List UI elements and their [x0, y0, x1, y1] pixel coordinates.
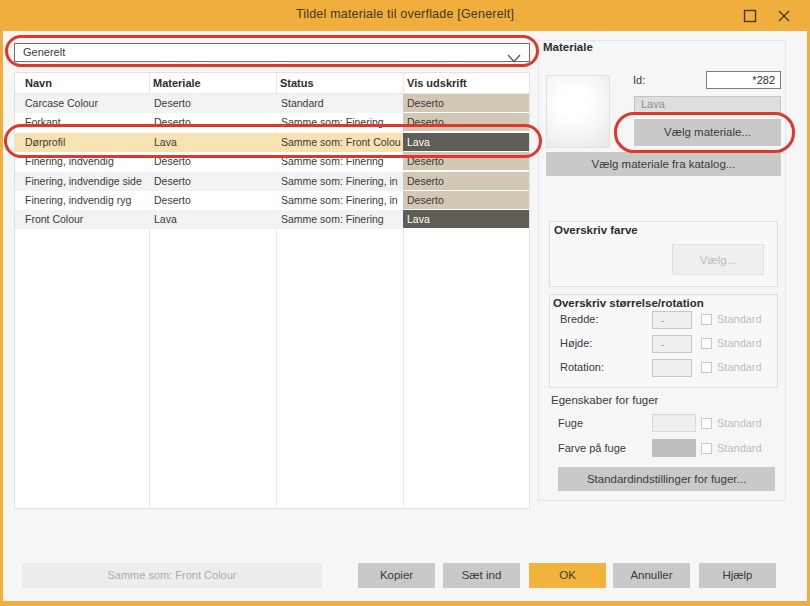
joint-row-label: Farve på fuge [558, 442, 626, 454]
cell-navn: Dørprofil [15, 133, 149, 152]
size-row-field: - [652, 335, 692, 353]
id-label: Id: [633, 74, 645, 86]
table-row[interactable]: Front ColourLavaSamme som: FineringLava [15, 210, 529, 229]
close-icon[interactable] [776, 8, 792, 24]
table-row[interactable]: Carcase ColourDesertoStandardDeserto [15, 94, 529, 113]
surfaces-table[interactable]: Navn Materiale Status Vis udskrift Carca… [14, 72, 530, 509]
column-header-materiale: Materiale [153, 73, 201, 93]
table-row[interactable]: DørprofilLavaSamme som: Front ColouLava [15, 133, 529, 152]
material-panel-title: Materiale [543, 41, 593, 53]
annuller-button[interactable]: Annuller [613, 563, 690, 588]
cell-status: Standard [276, 94, 403, 113]
sæt-ind-button[interactable]: Sæt ind [443, 563, 520, 588]
cell-vis-udskrift-swatch: Deserto [403, 113, 529, 131]
kopier-button[interactable]: Kopier [358, 563, 435, 588]
cell-vis-udskrift-swatch: Deserto [403, 94, 529, 112]
column-header-navn: Navn [25, 73, 52, 93]
cell-status: Samme som: Finering [276, 113, 403, 132]
standard-checkbox [701, 443, 712, 454]
joint-row-label: Fuge [558, 417, 583, 429]
cell-status: Samme som: Finering [276, 152, 403, 171]
cell-navn: Finering, indvendige side [15, 172, 149, 191]
cell-status: Samme som: Finering, in [276, 191, 403, 210]
table-row[interactable]: Finering, indvendigDesertoSamme som: Fin… [15, 152, 529, 171]
cell-materiale: Deserto [149, 172, 276, 191]
same-as-status-button: Samme som: Front Colour [22, 563, 322, 588]
standard-checkbox [701, 314, 712, 325]
cell-navn: Finering, indvendig ryg [15, 191, 149, 210]
cell-vis-udskrift-swatch: Deserto [403, 152, 529, 170]
standard-checkbox-label: Standard [717, 361, 762, 373]
hjælp-button[interactable]: Hjælp [699, 563, 776, 588]
cell-status: Samme som: Finering, in [276, 172, 403, 191]
cell-navn: Finering, indvendig [15, 152, 149, 171]
cell-materiale: Lava [149, 210, 276, 229]
override-size-title: Overskriv størrelse/rotation [553, 297, 704, 309]
standard-checkbox [701, 418, 712, 429]
size-row-label: Bredde: [560, 313, 599, 325]
material-name-field: Lava [634, 96, 781, 113]
table-row[interactable]: ForkantDesertoSamme som: FineringDeserto [15, 113, 529, 132]
joint-row-swatch [652, 414, 696, 432]
joint-properties-title: Egenskaber for fuger [551, 394, 658, 406]
standard-checkbox-label: Standard [717, 442, 762, 454]
window-title: Tildel materiale til overflade [Generelt… [0, 7, 810, 21]
table-header: Navn Materiale Status Vis udskrift [15, 73, 529, 94]
size-row-field: - [652, 311, 692, 329]
standard-checkbox-label: Standard [717, 337, 762, 349]
cell-status: Samme som: Front Colou [276, 133, 403, 152]
column-header-status: Status [280, 73, 314, 93]
surface-combo[interactable]: Generelt [14, 43, 530, 62]
maximize-icon[interactable] [742, 8, 758, 24]
select-material-from-catalog-button[interactable]: Vælg materiale fra katalog... [546, 152, 781, 176]
cell-navn: Front Colour [15, 210, 149, 229]
cell-materiale: Deserto [149, 94, 276, 113]
ok-button[interactable]: OK [529, 563, 606, 588]
standard-checkbox [701, 338, 712, 349]
dialog-tildel-materiale: Tildel materiale til overflade [Generelt… [0, 0, 810, 606]
cell-navn: Carcase Colour [15, 94, 149, 113]
cell-materiale: Deserto [149, 191, 276, 210]
cell-vis-udskrift-swatch: Lava [403, 133, 529, 151]
material-id-input[interactable]: *282 [706, 71, 781, 89]
column-header-vis-udskrift: Vis udskrift [407, 73, 467, 93]
table-row[interactable]: Finering, indvendig rygDesertoSamme som:… [15, 191, 529, 210]
title-bar: Tildel materiale til overflade [Generelt… [0, 0, 810, 31]
standard-checkbox-label: Standard [717, 313, 762, 325]
cell-vis-udskrift-swatch: Deserto [403, 172, 529, 190]
standard-checkbox-label: Standard [717, 417, 762, 429]
select-material-button[interactable]: Vælg materiale... [634, 119, 781, 146]
cell-materiale: Lava [149, 133, 276, 152]
material-preview-swatch [546, 75, 610, 148]
cell-vis-udskrift-swatch: Lava [403, 210, 529, 228]
choose-color-button: Vælg... [672, 244, 764, 275]
size-row-label: Rotation: [560, 361, 604, 373]
size-row-field [652, 359, 692, 377]
window-frame-bottom [0, 601, 810, 606]
cell-vis-udskrift-swatch: Deserto [403, 191, 529, 209]
cell-materiale: Deserto [149, 113, 276, 132]
cell-materiale: Deserto [149, 152, 276, 171]
cell-status: Samme som: Finering [276, 210, 403, 229]
standard-checkbox [701, 362, 712, 373]
joint-row-swatch [652, 439, 696, 457]
surface-combo-value: Generelt [23, 44, 65, 61]
table-row[interactable]: Finering, indvendige sideDesertoSamme so… [15, 172, 529, 191]
chevron-down-icon [507, 49, 521, 67]
joint-default-settings-button[interactable]: Standardindstillinger for fuger... [558, 467, 775, 491]
window-frame-left [0, 0, 3, 606]
override-color-title: Overskriv farve [554, 224, 638, 236]
size-row-label: Højde: [560, 337, 592, 349]
cell-navn: Forkant [15, 113, 149, 132]
